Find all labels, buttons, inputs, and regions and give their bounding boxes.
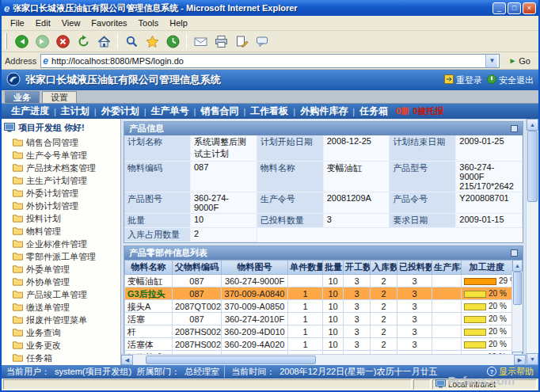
parts-row[interactable]: 变幅油缸087360-274-9000F1032329 %: [125, 275, 512, 287]
menu-file[interactable]: File: [5, 17, 30, 29]
field-value: 10: [191, 214, 257, 228]
main-scrollbar: ▲ ▼: [526, 119, 538, 365]
sidebar-item-14[interactable]: 报废件管理菜单: [3, 314, 119, 326]
edit-icon[interactable]: [232, 32, 251, 51]
discuss-icon[interactable]: [253, 32, 272, 51]
maximize-button[interactable]: □: [508, 2, 521, 14]
scroll-up-icon[interactable]: ▲: [512, 260, 523, 272]
scrollbar-thumb[interactable]: [513, 272, 522, 305]
forward-icon[interactable]: [32, 32, 51, 51]
safe-exit-button[interactable]: 安全退出: [487, 74, 534, 86]
progress-text: 20 %: [489, 327, 507, 336]
sidebar-item-label: 产品技术档案管理: [26, 162, 96, 174]
scroll-left-icon[interactable]: ◀: [121, 355, 133, 365]
sidebar-item-7[interactable]: 物料管理: [3, 225, 119, 238]
address-input[interactable]: e http://localhost:8080/MPS/login.do ▼: [40, 54, 500, 68]
nav-item-2[interactable]: 外委计划: [97, 105, 144, 118]
cell: 360-209-4D010: [222, 325, 288, 338]
folder-icon: [13, 277, 23, 287]
scroll-right-icon[interactable]: ▶: [514, 355, 526, 365]
history-icon[interactable]: [163, 32, 182, 51]
close-button[interactable]: ×: [523, 2, 536, 14]
nav-item-4[interactable]: 销售合同: [196, 105, 243, 118]
sidebar-item-15[interactable]: 业务查询: [3, 326, 119, 339]
cell: 杆: [125, 325, 173, 338]
cell: 370-009-A0850: [222, 300, 288, 313]
sidebar-item-2[interactable]: 产品技术档案管理: [3, 162, 119, 174]
nav-item-6[interactable]: 外购件库存: [295, 105, 352, 118]
parts-row[interactable]: 活塞体2087HS002360-209-4A02011032320 %: [125, 338, 512, 351]
stop-icon[interactable]: [53, 32, 72, 51]
folder-icon: [13, 328, 23, 338]
menu-favorites[interactable]: Favorites: [86, 17, 132, 29]
back-icon[interactable]: [12, 32, 31, 51]
nav-item-1[interactable]: 主计划: [56, 105, 94, 118]
nav-item-0[interactable]: 生产进度: [6, 105, 54, 118]
sidebar-item-11[interactable]: 外协单管理: [3, 276, 119, 288]
sidebar-item-12[interactable]: 产品竣工单管理: [3, 288, 119, 301]
minimize-button[interactable]: _: [492, 2, 506, 14]
sidebar-item-13[interactable]: 缴送单管理: [3, 301, 119, 314]
sidebar-item-4[interactable]: 外委计划管理: [3, 187, 119, 200]
product-info-panel: 产品信息 计划名称系统调整后测试主计划计划开始日期2008-12-25计划结束日…: [124, 121, 523, 243]
cell: 087: [173, 287, 222, 300]
current-user-label: 当前用户：: [6, 366, 50, 378]
sidebar-item-9[interactable]: 零部件派工单管理: [3, 250, 119, 263]
relogin-button[interactable]: 重登录: [444, 74, 482, 86]
cell: 087: [173, 275, 222, 287]
home-icon[interactable]: [94, 32, 113, 51]
sidebar-item-6[interactable]: 投料计划: [3, 212, 119, 225]
parts-row[interactable]: 活塞087360-274-2010F11032320 %: [125, 313, 512, 325]
scroll-down-icon[interactable]: ▼: [527, 353, 538, 365]
sidebar-item-0[interactable]: 销售合同管理: [3, 136, 119, 149]
folder-icon: [13, 163, 23, 173]
cell: 1: [288, 300, 323, 313]
cell: 3: [344, 338, 371, 351]
parts-row[interactable]: G3后拉头087370-009-A084011032320 %: [125, 287, 512, 300]
favorites-icon[interactable]: [143, 32, 162, 51]
parts-row[interactable]: 接头A2087QT002370-009-A085011032320 %: [125, 300, 512, 313]
menu-help[interactable]: Help: [164, 17, 193, 29]
sidebar-item-10[interactable]: 外委单管理: [3, 263, 119, 276]
nav-item-7[interactable]: 任务箱: [355, 105, 393, 118]
sidebar-item-1[interactable]: 生产令号单管理: [3, 149, 119, 162]
show-help-button[interactable]: ? 显示帮助: [487, 366, 534, 378]
app-status-bar: 当前用户： system(项目开发组) 所属部门： 总经理室 当前时间： 200…: [2, 365, 538, 379]
parts-row[interactable]: 杆2087HS002360-209-4D01011032320 %: [125, 325, 512, 338]
go-button[interactable]: ► Go: [504, 56, 535, 66]
scrollbar-thumb[interactable]: [527, 131, 538, 202]
print-icon[interactable]: [211, 32, 230, 51]
sidebar-item-5[interactable]: 外协计划管理: [3, 200, 119, 212]
scrollbar-thumb[interactable]: [146, 356, 316, 364]
sidebar-item-3[interactable]: 主生产计划管理: [3, 174, 119, 187]
refresh-icon[interactable]: [74, 32, 93, 51]
product-info-grid: 计划名称系统调整后测试主计划计划开始日期2008-12-25计划结束日期2009…: [124, 135, 523, 242]
sidebar-item-17[interactable]: 任务箱: [3, 352, 119, 364]
folder-icon: [13, 201, 23, 211]
help-label: 显示帮助: [499, 366, 534, 378]
column-header: 物料名称: [125, 261, 173, 275]
scroll-up-icon[interactable]: ▲: [527, 119, 538, 131]
sidebar-item-16[interactable]: 业务更改: [3, 339, 119, 352]
scrollbar-track: [133, 355, 514, 365]
sidebar-item-8[interactable]: 企业标准件管理: [3, 238, 119, 250]
menu-tools[interactable]: Tools: [133, 17, 165, 29]
cell: 3: [397, 287, 432, 300]
mail-icon[interactable]: [191, 32, 210, 51]
address-dropdown-icon[interactable]: ▼: [485, 55, 497, 67]
nav-item-5[interactable]: 工作看板: [245, 105, 293, 118]
field-label: 入库占用数量: [124, 228, 191, 242]
tab-设置[interactable]: 设置: [42, 91, 77, 103]
nav-item-3[interactable]: 生产单号: [146, 105, 194, 118]
tab-业务[interactable]: 业务: [5, 91, 40, 103]
column-header: 物料图号: [222, 261, 288, 275]
menu-edit[interactable]: Edit: [30, 17, 56, 29]
progress-bar: [464, 341, 486, 348]
relogin-icon: [444, 74, 454, 86]
cell: 1: [288, 325, 323, 338]
search-icon[interactable]: [122, 32, 141, 51]
product-info-header: 产品信息: [124, 122, 523, 135]
cell: 接头A: [125, 300, 173, 313]
menu-view[interactable]: View: [56, 17, 86, 29]
field-value: 360-274-9000F 215/170*2642: [456, 162, 523, 192]
